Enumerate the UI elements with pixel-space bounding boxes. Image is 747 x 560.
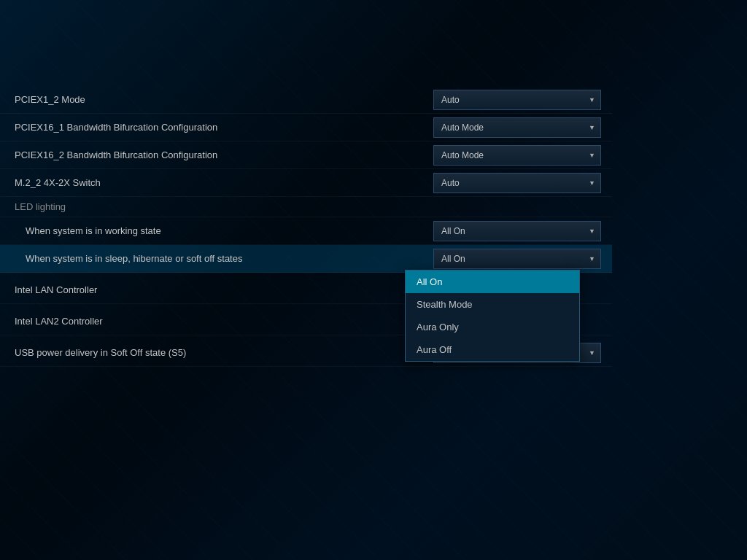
pciex16-2-label: PCIEX16_2 Bandwidth Bifurcation Configur… xyxy=(15,149,433,160)
popup-option-all-on[interactable]: All On xyxy=(406,271,579,293)
pciex16-1-label: PCIEX16_1 Bandwidth Bifurcation Configur… xyxy=(15,122,433,133)
led-sleep-value: All On xyxy=(433,249,601,269)
led-sleep-label: When system is in sleep, hibernate or so… xyxy=(26,253,433,264)
row-m2-switch: M.2_2 4X-2X Switch Auto xyxy=(0,169,612,197)
led-sleep-dropdown-wrapper: All On xyxy=(433,249,601,269)
pciex16-2-dropdown-wrapper: Auto Mode xyxy=(433,145,601,166)
led-sleep-dropdown-popup: All On Stealth Mode Aura Only Aura Off xyxy=(405,270,580,362)
pciex1-2-dropdown[interactable]: Auto xyxy=(433,90,601,110)
row-led-working: When system is in working state All On xyxy=(0,217,612,245)
pciex16-1-dropdown[interactable]: Auto Mode xyxy=(433,117,601,138)
pciex16-2-dropdown[interactable]: Auto Mode xyxy=(433,145,601,166)
row-pciex1-2-mode: PCIEX1_2 Mode Auto xyxy=(0,86,612,114)
led-sleep-dropdown[interactable]: All On xyxy=(433,249,601,269)
m2-switch-label: M.2_2 4X-2X Switch xyxy=(15,177,433,188)
pciex16-1-dropdown-wrapper: Auto Mode xyxy=(433,117,601,138)
popup-option-aura-off[interactable]: Aura Off xyxy=(406,338,579,361)
led-section-label: LED lighting xyxy=(15,201,601,212)
pciex1-2-value: Auto xyxy=(433,90,601,110)
led-working-label: When system is in working state xyxy=(26,225,433,236)
m2-switch-dropdown[interactable]: Auto xyxy=(433,173,601,193)
pciex16-2-value: Auto Mode xyxy=(433,145,601,166)
row-pciex16-1-bif: PCIEX16_1 Bandwidth Bifurcation Configur… xyxy=(0,114,612,141)
m2-switch-value: Auto xyxy=(433,173,601,193)
m2-switch-dropdown-wrapper: Auto xyxy=(433,173,601,193)
pciex1-2-dropdown-wrapper: Auto xyxy=(433,90,601,110)
row-led-sleep: When system is in sleep, hibernate or so… xyxy=(0,245,612,273)
led-working-value: All On xyxy=(433,221,601,241)
led-working-dropdown-wrapper: All On xyxy=(433,221,601,241)
row-pciex16-2-bif: PCIEX16_2 Bandwidth Bifurcation Configur… xyxy=(0,141,612,169)
usb-power-label: USB power delivery in Soft Off state (S5… xyxy=(15,347,433,358)
section-led-lighting: LED lighting xyxy=(0,197,612,217)
popup-option-aura-only[interactable]: Aura Only xyxy=(406,316,579,338)
led-working-dropdown[interactable]: All On xyxy=(433,221,601,241)
pciex16-1-value: Auto Mode xyxy=(433,117,601,138)
pciex1-2-label: PCIEX1_2 Mode xyxy=(15,94,433,105)
popup-option-stealth[interactable]: Stealth Mode xyxy=(406,293,579,316)
